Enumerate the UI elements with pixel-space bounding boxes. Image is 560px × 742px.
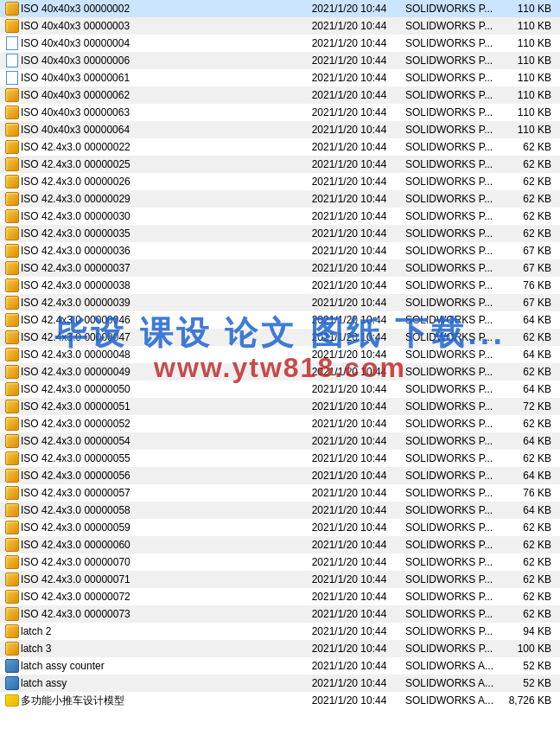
table-row[interactable]: ISO 40x40x3 000000642021/1/20 10:44SOLID… (0, 121, 560, 138)
file-type: SOLIDWORKS P... (405, 37, 505, 49)
file-size: 64 KB (505, 470, 557, 482)
table-row[interactable]: latch 22021/1/20 10:44SOLIDWORKS P...94 … (0, 623, 560, 640)
file-name: ISO 42.4x3.0 00000051 (21, 400, 293, 413)
table-row[interactable]: ISO 42.4x3.0 000000222021/1/20 10:44SOLI… (0, 138, 560, 156)
table-row[interactable]: ISO 42.4x3.0 000000582021/1/20 10:44SOLI… (0, 502, 560, 519)
table-row[interactable]: ISO 42.4x3.0 000000702021/1/20 10:44SOLI… (0, 553, 560, 571)
table-row[interactable]: ISO 42.4x3.0 000000512021/1/20 10:44SOLI… (0, 398, 560, 415)
file-type: SOLIDWORKS A... (405, 694, 505, 707)
table-row[interactable]: ISO 42.4x3.0 000000352021/1/20 10:44SOLI… (0, 225, 560, 242)
part-icon (5, 417, 19, 431)
file-size: 94 KB (505, 625, 557, 637)
file-name: ISO 42.4x3.0 00000073 (21, 608, 293, 620)
table-row[interactable]: latch 32021/1/20 10:44SOLIDWORKS P...100… (0, 640, 560, 657)
table-row[interactable]: ISO 42.4x3.0 000000732021/1/20 10:44SOLI… (0, 605, 560, 623)
file-name: latch assy counter (21, 660, 293, 672)
table-row[interactable]: 多功能小推车设计模型2021/1/20 10:44SOLIDWORKS A...… (0, 692, 560, 709)
table-row[interactable]: ISO 42.4x3.0 000000302021/1/20 10:44SOLI… (0, 208, 560, 225)
table-row[interactable]: ISO 42.4x3.0 000000372021/1/20 10:44SOLI… (0, 259, 560, 277)
file-name: ISO 40x40x3 00000002 (21, 3, 293, 15)
table-row[interactable]: ISO 40x40x3 000000062021/1/20 10:44SOLID… (0, 52, 560, 69)
table-row[interactable]: ISO 42.4x3.0 000000542021/1/20 10:44SOLI… (0, 432, 560, 450)
file-type: SOLIDWORKS P... (405, 470, 505, 482)
table-row[interactable]: ISO 42.4x3.0 000000592021/1/20 10:44SOLI… (0, 519, 560, 536)
part-icon (5, 106, 19, 119)
file-name: ISO 40x40x3 00000063 (21, 106, 293, 118)
document-icon (6, 36, 18, 50)
file-size: 62 KB (505, 418, 557, 430)
file-name: ISO 42.4x3.0 00000060 (21, 539, 293, 551)
folder-icon (5, 694, 19, 707)
file-date: 2021/1/20 10:44 (293, 660, 405, 672)
file-date: 2021/1/20 10:44 (293, 245, 405, 257)
table-row[interactable]: ISO 42.4x3.0 000000722021/1/20 10:44SOLI… (0, 588, 560, 605)
table-row[interactable]: ISO 42.4x3.0 000000502021/1/20 10:44SOLI… (0, 381, 560, 398)
file-name: ISO 40x40x3 00000003 (21, 20, 293, 32)
file-date: 2021/1/20 10:44 (293, 37, 405, 49)
file-date: 2021/1/20 10:44 (293, 331, 405, 343)
file-type: SOLIDWORKS P... (405, 331, 505, 343)
file-name: ISO 42.4x3.0 00000071 (21, 573, 293, 585)
table-row[interactable]: ISO 42.4x3.0 000000292021/1/20 10:44SOLI… (0, 190, 560, 208)
part-icon (5, 365, 19, 379)
file-name: latch 3 (21, 643, 293, 655)
file-name: ISO 42.4x3.0 00000050 (21, 383, 293, 395)
table-row[interactable]: ISO 42.4x3.0 000000712021/1/20 10:44SOLI… (0, 571, 560, 588)
file-size: 110 KB (505, 20, 557, 32)
table-row[interactable]: latch assy2021/1/20 10:44SOLIDWORKS A...… (0, 675, 560, 692)
table-row[interactable]: ISO 42.4x3.0 000000522021/1/20 10:44SOLI… (0, 415, 560, 432)
file-size: 76 KB (505, 279, 557, 291)
part-icon (5, 296, 19, 310)
table-row[interactable]: ISO 42.4x3.0 000000472021/1/20 10:44SOLI… (0, 329, 560, 346)
table-row[interactable]: ISO 40x40x3 000000022021/1/20 10:44SOLID… (0, 0, 560, 17)
file-size: 62 KB (505, 176, 557, 188)
file-type: SOLIDWORKS P... (405, 539, 505, 551)
table-row[interactable]: latch assy counter2021/1/20 10:44SOLIDWO… (0, 657, 560, 675)
file-type: SOLIDWORKS P... (405, 608, 505, 620)
table-row[interactable]: ISO 40x40x3 000000622021/1/20 10:44SOLID… (0, 86, 560, 104)
table-row[interactable]: ISO 40x40x3 000000042021/1/20 10:44SOLID… (0, 35, 560, 52)
part-icon (5, 434, 19, 448)
file-name: ISO 42.4x3.0 00000025 (21, 158, 293, 170)
file-type: SOLIDWORKS P... (405, 54, 505, 67)
file-date: 2021/1/20 10:44 (293, 54, 405, 67)
file-size: 110 KB (505, 54, 557, 67)
part-icon (5, 140, 19, 154)
table-row[interactable]: ISO 42.4x3.0 000000572021/1/20 10:44SOLI… (0, 484, 560, 502)
part-icon (5, 624, 19, 638)
file-date: 2021/1/20 10:44 (293, 349, 405, 361)
file-date: 2021/1/20 10:44 (293, 573, 405, 585)
file-type: SOLIDWORKS P... (405, 487, 505, 499)
table-row[interactable]: ISO 42.4x3.0 000000562021/1/20 10:44SOLI… (0, 467, 560, 484)
table-row[interactable]: ISO 42.4x3.0 000000602021/1/20 10:44SOLI… (0, 536, 560, 553)
file-size: 110 KB (505, 89, 557, 101)
table-row[interactable]: ISO 42.4x3.0 000000252021/1/20 10:44SOLI… (0, 156, 560, 173)
file-size: 62 KB (505, 521, 557, 534)
file-size: 67 KB (505, 297, 557, 309)
file-date: 2021/1/20 10:44 (293, 452, 405, 464)
part-icon (5, 19, 19, 33)
table-row[interactable]: ISO 42.4x3.0 000000382021/1/20 10:44SOLI… (0, 277, 560, 294)
file-name: ISO 42.4x3.0 00000037 (21, 262, 293, 274)
table-row[interactable]: ISO 42.4x3.0 000000392021/1/20 10:44SOLI… (0, 294, 560, 311)
table-row[interactable]: ISO 42.4x3.0 000000552021/1/20 10:44SOLI… (0, 450, 560, 467)
table-row[interactable]: ISO 42.4x3.0 000000462021/1/20 10:44SOLI… (0, 311, 560, 329)
file-type: SOLIDWORKS P... (405, 227, 505, 240)
table-row[interactable]: ISO 42.4x3.0 000000492021/1/20 10:44SOLI… (0, 363, 560, 381)
file-size: 76 KB (505, 487, 557, 499)
file-date: 2021/1/20 10:44 (293, 72, 405, 84)
file-size: 62 KB (505, 141, 557, 153)
table-row[interactable]: ISO 40x40x3 000000632021/1/20 10:44SOLID… (0, 104, 560, 121)
table-row[interactable]: ISO 42.4x3.0 000000482021/1/20 10:44SOLI… (0, 346, 560, 363)
table-row[interactable]: ISO 42.4x3.0 000000362021/1/20 10:44SOLI… (0, 242, 560, 259)
file-name: latch 2 (21, 625, 293, 637)
file-type: SOLIDWORKS P... (405, 176, 505, 188)
table-row[interactable]: ISO 40x40x3 000000612021/1/20 10:44SOLID… (0, 69, 560, 86)
part-icon (5, 227, 19, 240)
table-row[interactable]: ISO 42.4x3.0 000000262021/1/20 10:44SOLI… (0, 173, 560, 190)
table-row[interactable]: ISO 40x40x3 000000032021/1/20 10:44SOLID… (0, 17, 560, 35)
file-size: 62 KB (505, 227, 557, 240)
file-size: 72 KB (505, 400, 557, 413)
file-name: ISO 42.4x3.0 00000057 (21, 487, 293, 499)
file-type: SOLIDWORKS P... (405, 245, 505, 257)
